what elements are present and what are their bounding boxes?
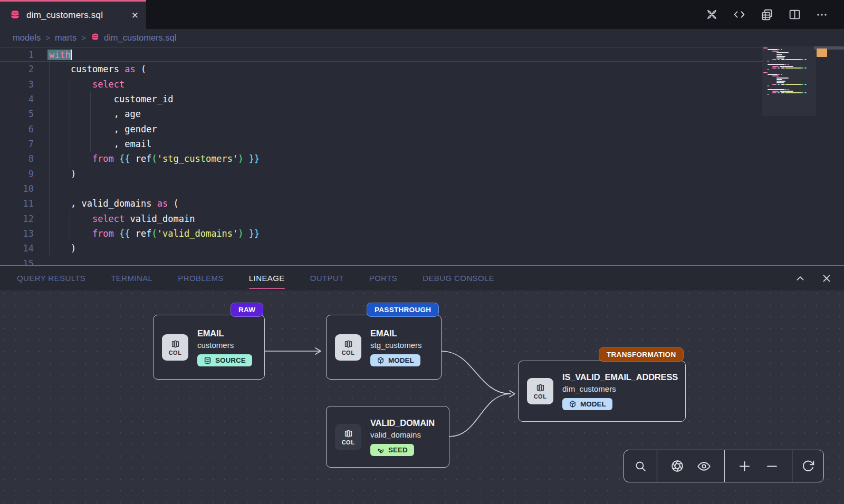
code-editor[interactable]: 1with2 customers as (3 select4 customer_… [0, 46, 844, 265]
panel-tab-query-results[interactable]: QUERY RESULTS [17, 266, 85, 290]
table-name: valid_domains [370, 430, 435, 439]
minimap[interactable] [763, 47, 808, 97]
collapse-panel-icon[interactable] [794, 273, 806, 284]
database-icon [9, 9, 21, 22]
panel-tab-output[interactable]: OUTPUT [310, 266, 344, 290]
tab-bar: dim_customers.sql ✕ [0, 0, 844, 29]
tab-title: dim_customers.sql [26, 10, 103, 21]
breadcrumb: models > marts > dim_customers.sql [0, 29, 844, 46]
code-line-4[interactable]: 4 customer_id [0, 92, 763, 106]
table-name: dim_customers [562, 384, 678, 393]
code-line-8[interactable]: 8 from {{ ref('stg_customers') }} [0, 151, 763, 166]
overview-ruler-marker [817, 49, 827, 57]
column-name: EMAIL [370, 328, 422, 338]
source-badge: SOURCE [197, 354, 252, 366]
code-line-7[interactable]: 7 , email [0, 137, 763, 151]
panel-tab-terminal[interactable]: TERMINAL [111, 266, 152, 290]
lineage-node-dim-customers-is-valid-email-address[interactable]: COL IS_VALID_EMAIL_ADDRESS dim_customers… [518, 361, 686, 422]
lineage-node-valid-domains-valid-domain[interactable]: COL VALID_DOMAIN valid_domains SEED [326, 406, 449, 468]
database-icon [91, 32, 100, 43]
lineage-canvas[interactable]: COL EMAIL customers SOURCE RAW [0, 290, 844, 504]
panel-tab-ports[interactable]: PORTS [369, 266, 397, 290]
zoom-in-icon[interactable] [737, 459, 752, 473]
code-lines: 1with2 customers as (3 select4 customer_… [0, 47, 763, 265]
aperture-icon[interactable] [670, 459, 684, 473]
code-line-13[interactable]: 13 from {{ ref('valid_domains') }} [0, 226, 763, 241]
code-icon[interactable] [733, 8, 746, 21]
model-badge: MODEL [562, 398, 612, 410]
code-line-10[interactable]: 10 [0, 181, 763, 196]
code-line-15[interactable]: 15 [0, 256, 763, 265]
code-line-1[interactable]: 1with [0, 47, 763, 62]
dbt-logo-icon[interactable] [705, 8, 718, 21]
column-name: IS_VALID_EMAIL_ADDRESS [562, 372, 678, 382]
breadcrumb-separator: > [45, 33, 50, 42]
ide-window: dim_customers.sql ✕ [0, 0, 844, 504]
code-line-9[interactable]: 9 ) [0, 167, 763, 181]
column-chip: COL [335, 334, 361, 361]
breadcrumb-item-models[interactable]: models [13, 33, 41, 43]
duplicate-editor-icon[interactable] [760, 8, 774, 22]
code-line-2[interactable]: 2 customers as ( [0, 62, 763, 76]
seed-badge: SEED [370, 444, 414, 456]
zoom-out-icon[interactable] [765, 459, 779, 473]
eye-icon[interactable] [697, 459, 711, 473]
code-line-3[interactable]: 3 select [0, 77, 763, 92]
lineage-node-stg-customers-email[interactable]: COL EMAIL stg_customers MODEL [326, 315, 442, 380]
code-line-12[interactable]: 12 select valid_domain [0, 211, 763, 226]
breadcrumb-separator: > [81, 33, 86, 42]
bottom-panel-tabbar: QUERY RESULTSTERMINALPROBLEMSLINEAGEOUTP… [0, 265, 844, 290]
tag-raw: RAW [231, 303, 263, 317]
breadcrumb-file[interactable]: dim_customers.sql [91, 32, 177, 43]
editor-tab-dim-customers[interactable]: dim_customers.sql ✕ [0, 0, 146, 29]
code-line-14[interactable]: 14 ) [0, 241, 763, 256]
panel-tab-problems[interactable]: PROBLEMS [178, 266, 224, 290]
tag-transformation: TRANSFORMATION [599, 347, 684, 362]
code-line-6[interactable]: 6 , gender [0, 122, 763, 137]
lineage-node-customers-email[interactable]: COL EMAIL customers SOURCE [153, 315, 265, 380]
code-line-11[interactable]: 11 , valid_domains as ( [0, 196, 763, 211]
close-panel-icon[interactable] [821, 273, 832, 284]
tab-close-icon[interactable]: ✕ [131, 11, 139, 20]
model-badge: MODEL [370, 354, 420, 366]
breadcrumb-item-marts[interactable]: marts [55, 33, 76, 43]
column-chip: COL [335, 424, 361, 450]
panel-tab-debug-console[interactable]: DEBUG CONSOLE [423, 266, 494, 290]
panel-tab-lineage[interactable]: LINEAGE [249, 266, 285, 290]
column-chip: COL [162, 334, 188, 361]
code-line-5[interactable]: 5 , age [0, 106, 763, 121]
column-name: VALID_DOMAIN [370, 418, 435, 428]
column-name: EMAIL [197, 328, 252, 338]
search-icon[interactable] [634, 460, 647, 473]
refresh-icon[interactable] [801, 459, 815, 473]
table-name: customers [197, 341, 252, 350]
table-name: stg_customers [370, 341, 422, 350]
lineage-toolbar [624, 450, 824, 482]
tag-passthrough: PASSTHROUGH [367, 303, 439, 317]
column-chip: COL [527, 378, 553, 404]
split-editor-icon[interactable] [788, 8, 801, 21]
more-actions-icon[interactable] [816, 8, 828, 21]
